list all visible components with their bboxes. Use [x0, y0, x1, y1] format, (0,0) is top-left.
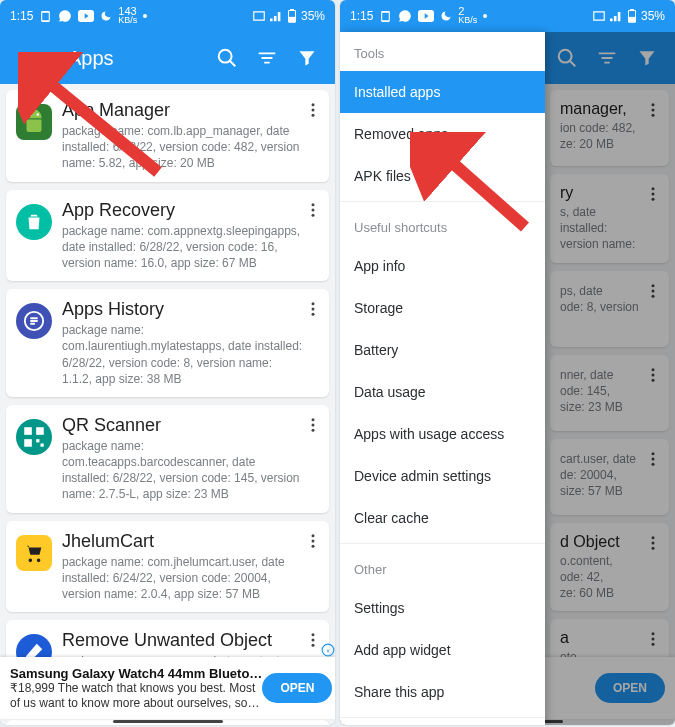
- moon-icon: [440, 10, 452, 22]
- drawer-section-label: Tools: [340, 32, 545, 71]
- phone-icon: [39, 10, 52, 23]
- filter-button[interactable]: [287, 38, 327, 78]
- svg-rect-21: [41, 443, 44, 446]
- divider: [340, 717, 545, 718]
- app-row[interactable]: App Managerpackage name: com.lb.app_mana…: [6, 90, 329, 182]
- whatsapp-icon: [398, 9, 412, 23]
- svg-rect-38: [631, 9, 634, 10]
- app-icon: [16, 535, 52, 571]
- app-row[interactable]: QR Scannerpackage name: com.teacapps.bar…: [6, 405, 329, 513]
- svg-point-5: [29, 113, 32, 116]
- page-title: Apps: [68, 47, 207, 70]
- ad-open-button[interactable]: OPEN: [262, 673, 332, 703]
- drawer-item-storage[interactable]: Storage: [340, 287, 545, 329]
- app-title: JhelumCart: [62, 531, 303, 552]
- svg-point-30: [312, 644, 315, 647]
- network-speed: 143KB/s: [118, 7, 137, 25]
- ad-title: Samsung Galaxy Watch4 44mm Blueto…: [10, 666, 262, 681]
- battery-pct: 35%: [301, 9, 325, 23]
- svg-point-12: [312, 213, 315, 216]
- svg-rect-17: [24, 427, 32, 435]
- svg-point-26: [312, 539, 315, 542]
- drawer-item-app-info[interactable]: App info: [340, 245, 545, 287]
- svg-point-11: [312, 208, 315, 211]
- svg-point-22: [312, 418, 315, 421]
- svg-rect-18: [36, 427, 44, 435]
- svg-point-27: [312, 544, 315, 547]
- status-bar: 1:15 2KB/s 35%: [340, 0, 675, 32]
- volte-icon: [252, 10, 266, 22]
- svg-point-7: [312, 103, 315, 106]
- youtube-icon: [78, 10, 94, 22]
- svg-point-8: [312, 109, 315, 112]
- drawer-section-label: Useful shortcuts: [340, 206, 545, 245]
- overflow-button[interactable]: [301, 198, 325, 222]
- app-icon: [16, 204, 52, 240]
- svg-rect-19: [24, 439, 32, 447]
- overflow-button[interactable]: [301, 297, 325, 321]
- drawer-item-removed-apps[interactable]: Removed apps: [340, 113, 545, 155]
- app-title: QR Scanner: [62, 415, 303, 436]
- drawer-item-data-usage[interactable]: Data usage: [340, 371, 545, 413]
- drawer-item-apk-files[interactable]: APK files: [340, 155, 545, 197]
- overflow-button[interactable]: [301, 529, 325, 553]
- svg-point-24: [312, 429, 315, 432]
- ad-body: ₹18,999 The watch that knows you best. M…: [10, 681, 262, 711]
- signal-icon: [270, 10, 283, 22]
- app-title: Apps History: [62, 299, 303, 320]
- app-meta: package name: com.teacapps.barcodescanne…: [62, 438, 303, 503]
- drawer-item-clear-cache[interactable]: Clear cache: [340, 497, 545, 539]
- battery-icon: [287, 9, 297, 23]
- overflow-button[interactable]: [301, 98, 325, 122]
- app-meta: package name: com.appnextg.sleepingapps,…: [62, 223, 303, 272]
- app-meta: package name: com.jhelumcart.user, date …: [62, 554, 303, 603]
- drawer-item-device-admin-settings[interactable]: Device admin settings: [340, 455, 545, 497]
- svg-point-15: [312, 308, 315, 311]
- app-icon: [16, 104, 52, 140]
- youtube-icon: [418, 10, 434, 22]
- divider: [340, 201, 545, 202]
- menu-button[interactable]: [8, 38, 48, 78]
- phone-right: 1:15 2KB/s 35% manager,ion code: 482, ze…: [340, 0, 675, 725]
- svg-rect-2: [291, 9, 294, 10]
- app-title: App Manager: [62, 100, 303, 121]
- svg-point-23: [312, 423, 315, 426]
- volte-icon: [592, 10, 606, 22]
- nav-bar: [0, 719, 335, 725]
- ad-info-icon[interactable]: [321, 643, 335, 657]
- app-title: Remove Unwanted Object: [62, 630, 303, 651]
- app-title: App Recovery: [62, 200, 303, 221]
- overflow-button[interactable]: [301, 413, 325, 437]
- drawer-item-apps-with-usage-access[interactable]: Apps with usage access: [340, 413, 545, 455]
- svg-point-16: [312, 313, 315, 316]
- moon-icon: [100, 10, 112, 22]
- drawer-item-share-this-app[interactable]: Share this app: [340, 671, 545, 713]
- app-row[interactable]: Apps Historypackage name: com.laurentiug…: [6, 289, 329, 397]
- drawer-item-installed-apps[interactable]: Installed apps: [340, 71, 545, 113]
- sort-button[interactable]: [247, 38, 287, 78]
- whatsapp-icon: [58, 9, 72, 23]
- status-bar: 1:15 143KB/s 35%: [0, 0, 335, 32]
- app-row[interactable]: JhelumCartpackage name: com.jhelumcart.u…: [6, 521, 329, 613]
- app-list[interactable]: App Managerpackage name: com.lb.app_mana…: [0, 84, 335, 725]
- svg-rect-20: [36, 439, 39, 442]
- battery-icon: [627, 9, 637, 23]
- svg-point-25: [312, 534, 315, 537]
- search-button[interactable]: [207, 38, 247, 78]
- app-icon: [16, 419, 52, 455]
- svg-rect-39: [629, 17, 635, 21]
- drawer-item-add-app-widget[interactable]: Add app widget: [340, 629, 545, 671]
- app-meta: package name: com.lb.app_manager, date i…: [62, 123, 303, 172]
- svg-point-10: [312, 203, 315, 206]
- svg-point-6: [37, 113, 40, 116]
- drawer-item-battery[interactable]: Battery: [340, 329, 545, 371]
- status-time: 1:15: [10, 9, 33, 23]
- divider: [340, 543, 545, 544]
- app-icon: [16, 303, 52, 339]
- app-row[interactable]: App Recoverypackage name: com.appnextg.s…: [6, 190, 329, 282]
- svg-point-9: [312, 114, 315, 117]
- ad-banner[interactable]: Samsung Galaxy Watch4 44mm Blueto… ₹18,9…: [0, 657, 335, 719]
- drawer-item-settings[interactable]: Settings: [340, 587, 545, 629]
- signal-icon: [610, 10, 623, 22]
- nav-drawer: ToolsInstalled appsRemoved appsAPK files…: [340, 32, 545, 725]
